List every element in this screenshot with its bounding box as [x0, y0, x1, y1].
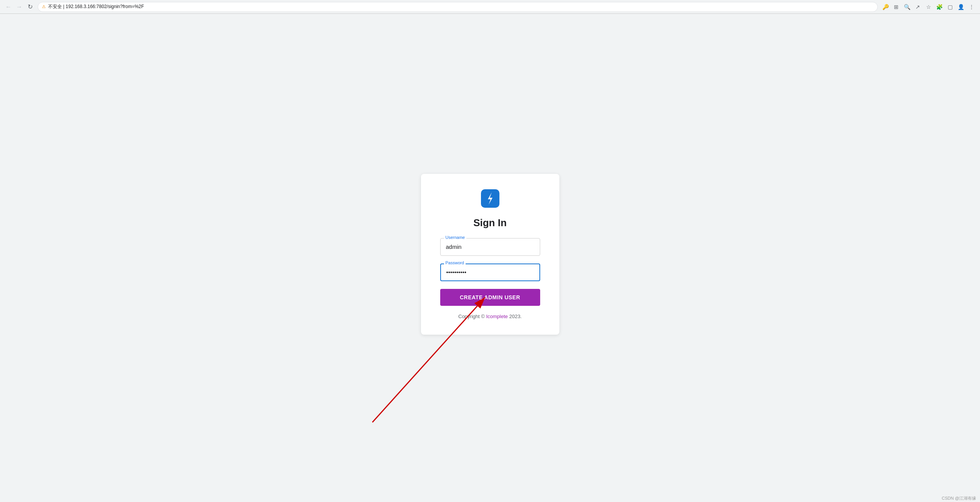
password-group: Password [440, 264, 540, 281]
create-admin-user-button[interactable]: CREATE ADMIN USER [440, 289, 540, 306]
nav-buttons: ← → ↻ [4, 2, 35, 12]
forward-button[interactable]: → [15, 2, 24, 12]
security-icon: ⚠ [42, 4, 46, 9]
grid-icon-button[interactable]: ⊞ [892, 2, 901, 12]
brand-link[interactable]: Icomplete [486, 314, 507, 319]
username-group: Username [440, 238, 540, 256]
share-icon-button[interactable]: ↗ [913, 2, 922, 12]
toolbar-icons: 🔑 ⊞ 🔍 ↗ ☆ 🧩 ▢ 👤 ⋮ [881, 2, 976, 12]
bookmark-icon-button[interactable]: ☆ [924, 2, 933, 12]
app-logo [481, 189, 499, 209]
address-text: 不安全 | 192.168.3.166:7802/signin?from=%2F [48, 3, 874, 10]
csdn-watermark: CSDN @江湖有缘 [942, 495, 976, 501]
password-input[interactable] [440, 264, 540, 281]
password-label: Password [444, 260, 466, 265]
bottom-bar: CSDN @江湖有缘 [0, 494, 980, 502]
key-icon-button[interactable]: 🔑 [881, 2, 890, 12]
username-label: Username [444, 235, 467, 240]
username-input[interactable] [440, 238, 540, 256]
sign-in-title: Sign In [473, 217, 507, 229]
window-icon-button[interactable]: ▢ [945, 2, 955, 12]
profile-icon-button[interactable]: 👤 [956, 2, 965, 12]
browser-chrome: ← → ↻ ⚠ 不安全 | 192.168.3.166:7802/signin?… [0, 0, 980, 14]
login-card: Sign In Username Password CREATE ADMIN U… [421, 174, 559, 335]
main-wrapper: Sign In Username Password CREATE ADMIN U… [0, 14, 980, 494]
back-button[interactable]: ← [4, 2, 13, 12]
copyright-text: Copyright © Icomplete 2023. [458, 314, 522, 319]
menu-icon-button[interactable]: ⋮ [967, 2, 976, 12]
search-icon-button[interactable]: 🔍 [902, 2, 912, 12]
refresh-button[interactable]: ↻ [25, 2, 35, 12]
address-bar[interactable]: ⚠ 不安全 | 192.168.3.166:7802/signin?from=%… [38, 2, 878, 12]
extensions-icon-button[interactable]: 🧩 [935, 2, 944, 12]
